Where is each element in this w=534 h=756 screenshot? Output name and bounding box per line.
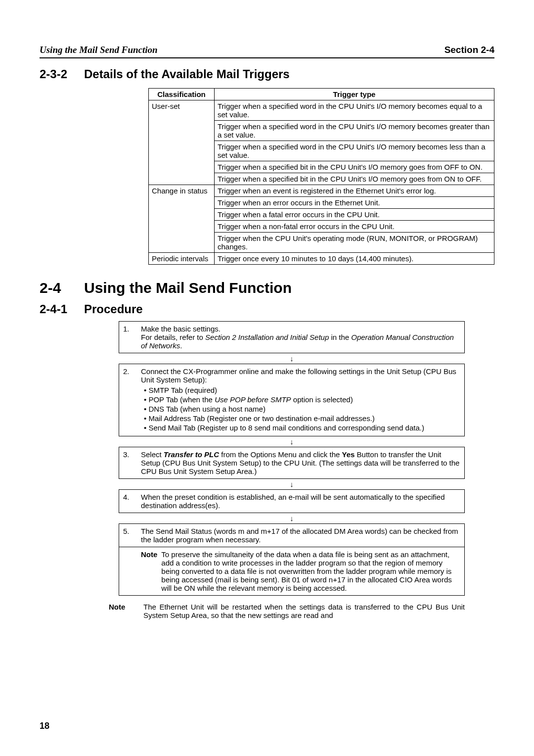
procedure-step: 4. When the preset condition is establis… xyxy=(119,489,465,513)
step-body: Make the basic settings. For details, re… xyxy=(141,325,460,350)
cell-trigger: Trigger when a specified word in the CPU… xyxy=(215,121,494,141)
table-row: User-set Trigger when a specified word i… xyxy=(149,100,494,121)
header-section: Section 2-4 xyxy=(445,45,494,55)
cell-classification: Periodic intervals xyxy=(149,253,215,265)
inline-note: Note To preserve the simultaneity of the… xyxy=(141,550,460,592)
cell-classification: Change in status xyxy=(149,185,215,253)
step-number: 4. xyxy=(123,493,141,510)
step-body: The Send Mail Status (words m and m+17 o… xyxy=(141,527,460,544)
note-text: To preserve the simultaneity of the data… xyxy=(161,550,460,592)
list-item: Send Mail Tab (Register up to 8 send mai… xyxy=(149,424,460,432)
text: from the Options Menu and click the xyxy=(219,450,342,459)
heading-number: 2-4 xyxy=(40,280,84,296)
step-body: Select Transfer to PLC from the Options … xyxy=(141,450,460,475)
divider xyxy=(119,547,464,547)
table-row: Change in status Trigger when an event i… xyxy=(149,185,494,197)
step-body: Connect the CX-Programmer online and mak… xyxy=(141,367,460,433)
text: Connect the CX-Programmer online and mak… xyxy=(141,367,456,384)
cell-trigger: Trigger when an error occurs in the Ethe… xyxy=(215,197,494,209)
text: For details, refer to xyxy=(141,333,205,341)
step-body: When the preset condition is established… xyxy=(141,493,460,510)
heading-number: 2-4-1 xyxy=(40,302,84,316)
note-label: Note xyxy=(109,603,143,619)
th-trigger-type: Trigger type xyxy=(215,89,494,100)
note-label: Note xyxy=(141,550,157,592)
cell-trigger: Trigger when a specified word in the CPU… xyxy=(215,100,494,121)
cell-trigger: Trigger when a non-fatal error occurs in… xyxy=(215,221,494,233)
step-number: 5. xyxy=(123,527,141,544)
text-bold-italic: Transfer to PLC xyxy=(164,450,219,459)
header-title: Using the Mail Send Function xyxy=(40,45,158,55)
text-italic: Section 2 Installation and Initial Setup xyxy=(205,333,329,341)
heading-text: Using the Mail Send Function xyxy=(84,280,292,296)
text: . xyxy=(180,341,182,350)
procedure-step: 5. The Send Mail Status (words m and m+1… xyxy=(119,523,465,596)
note-text: The Ethernet Unit will be restarted when… xyxy=(143,603,465,619)
bullet-list: SMTP Tab (required) POP Tab (when the Us… xyxy=(141,386,460,432)
trigger-table: Classification Trigger type User-set Tri… xyxy=(148,88,494,265)
page-number: 18 xyxy=(40,721,49,731)
step-number: 1. xyxy=(123,325,141,350)
heading-2-4: 2-4Using the Mail Send Function xyxy=(40,280,494,296)
arrow-down-icon: ↓ xyxy=(119,514,465,522)
heading-2-3-2: 2-3-2Details of the Available Mail Trigg… xyxy=(40,67,494,81)
cell-trigger: Trigger when a specified bit in the CPU … xyxy=(215,161,494,173)
page-header: Using the Mail Send Function Section 2-4 xyxy=(40,45,494,58)
table-row: Periodic intervals Trigger once every 10… xyxy=(149,253,494,265)
arrow-down-icon: ↓ xyxy=(119,480,465,488)
heading-number: 2-3-2 xyxy=(40,67,84,81)
procedure-step: 1. Make the basic settings. For details,… xyxy=(119,321,465,353)
cell-classification: User-set xyxy=(149,100,215,185)
cell-trigger: Trigger when an event is registered in t… xyxy=(215,185,494,197)
step-number: 3. xyxy=(123,450,141,475)
cell-trigger: Trigger once every 10 minutes to 10 days… xyxy=(215,253,494,265)
cell-trigger: Trigger when a fatal error occurs in the… xyxy=(215,209,494,221)
th-classification: Classification xyxy=(149,89,215,100)
cell-trigger: Trigger when the CPU Unit's operating mo… xyxy=(215,233,494,253)
table-header-row: Classification Trigger type xyxy=(149,89,494,100)
arrow-down-icon: ↓ xyxy=(119,437,465,446)
procedure-step: 3. Select Transfer to PLC from the Optio… xyxy=(119,447,465,479)
list-item: DNS Tab (when using a host name) xyxy=(149,405,460,413)
list-item: SMTP Tab (required) xyxy=(149,386,460,394)
heading-2-4-1: 2-4-1Procedure xyxy=(40,302,494,316)
spacer xyxy=(123,550,141,592)
heading-text: Procedure xyxy=(84,302,143,316)
cell-trigger: Trigger when a specified word in the CPU… xyxy=(215,141,494,161)
cell-trigger: Trigger when a specified bit in the CPU … xyxy=(215,173,494,185)
heading-text: Details of the Available Mail Triggers xyxy=(84,67,290,81)
document-page: Using the Mail Send Function Section 2-4… xyxy=(0,0,534,756)
list-item: POP Tab (when the Use POP before SMTP op… xyxy=(149,395,460,404)
text: in the xyxy=(329,333,351,341)
text-bold: Yes xyxy=(342,450,355,459)
arrow-down-icon: ↓ xyxy=(119,354,465,363)
text: Make the basic settings. xyxy=(141,325,221,333)
text-italic: Use POP before SMTP xyxy=(215,395,291,404)
text: option is selected) xyxy=(291,395,353,404)
list-item: Mail Address Tab (Register one or two de… xyxy=(149,414,460,423)
text: POP Tab (when the xyxy=(148,395,215,404)
procedure-step: 2. Connect the CX-Programmer online and … xyxy=(119,364,465,436)
step-number: 2. xyxy=(123,367,141,433)
footer-note: Note The Ethernet Unit will be restarted… xyxy=(109,603,465,619)
text: Select xyxy=(141,450,164,459)
procedure-list: 1. Make the basic settings. For details,… xyxy=(119,321,465,596)
